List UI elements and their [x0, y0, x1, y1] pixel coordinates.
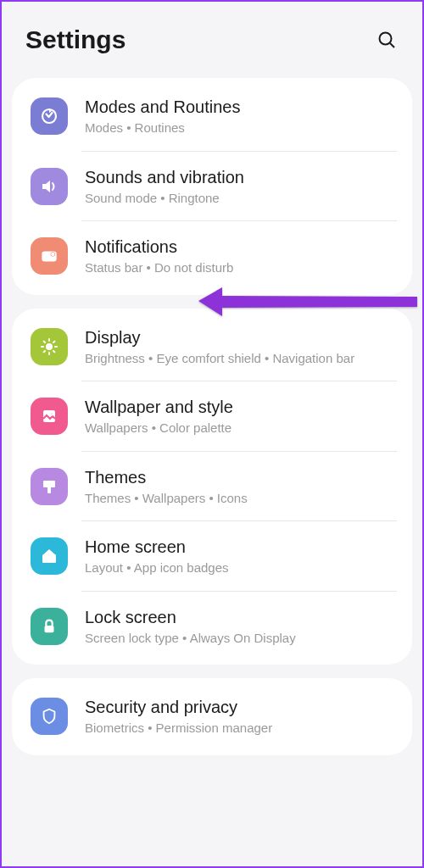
brush-icon	[31, 468, 68, 505]
svg-point-0	[380, 33, 392, 45]
item-modes-routines[interactable]: Modes and Routines Modes • Routines	[27, 81, 397, 152]
item-title: Home screen	[85, 537, 393, 557]
item-subtitle: Screen lock type • Always On Display	[85, 630, 393, 647]
svg-line-12	[53, 351, 54, 352]
item-home-screen[interactable]: Home screen Layout • App icon badges	[27, 521, 397, 592]
item-subtitle: Wallpapers • Color palette	[85, 420, 393, 437]
item-themes[interactable]: Themes Themes • Wallpapers • Icons	[27, 452, 397, 522]
search-button[interactable]	[375, 28, 399, 52]
item-title: Security and privacy	[85, 697, 393, 717]
item-title: Lock screen	[85, 607, 393, 627]
item-text: Themes Themes • Wallpapers • Icons	[85, 467, 393, 507]
svg-line-1	[390, 43, 394, 47]
svg-point-16	[51, 413, 53, 415]
item-wallpaper-style[interactable]: Wallpaper and style Wallpapers • Color p…	[27, 381, 397, 452]
item-title: Modes and Routines	[85, 97, 393, 117]
item-title: Themes	[85, 467, 393, 487]
brightness-icon	[31, 328, 68, 365]
svg-rect-17	[45, 626, 54, 632]
settings-group: Display Brightness • Eye comfort shield …	[12, 309, 412, 665]
shield-icon	[31, 698, 68, 735]
item-lock-screen[interactable]: Lock screen Screen lock type • Always On…	[27, 592, 397, 662]
item-text: Sounds and vibration Sound mode • Ringto…	[85, 167, 393, 207]
svg-point-6	[46, 343, 53, 350]
item-text: Home screen Layout • App icon badges	[85, 537, 393, 576]
svg-point-5	[51, 253, 54, 256]
item-text: Lock screen Screen lock type • Always On…	[85, 607, 393, 647]
item-text: Notifications Status bar • Do not distur…	[85, 236, 393, 276]
lock-icon	[31, 608, 68, 645]
item-text: Modes and Routines Modes • Routines	[85, 97, 393, 136]
settings-group: Security and privacy Biometrics • Permis…	[12, 678, 412, 755]
item-subtitle: Biometrics • Permission manager	[85, 720, 393, 737]
item-title: Wallpaper and style	[85, 397, 393, 417]
svg-line-14	[53, 341, 54, 342]
notification-icon	[31, 237, 68, 275]
item-subtitle: Layout • App icon badges	[85, 559, 393, 576]
search-icon	[377, 30, 397, 50]
item-title: Notifications	[85, 236, 393, 257]
item-text: Wallpaper and style Wallpapers • Color p…	[85, 397, 393, 437]
picture-icon	[31, 398, 68, 435]
svg-line-11	[44, 341, 45, 342]
item-subtitle: Brightness • Eye comfort shield • Naviga…	[85, 350, 393, 367]
item-security-privacy[interactable]: Security and privacy Biometrics • Permis…	[27, 682, 397, 752]
home-icon	[31, 537, 68, 575]
item-text: Display Brightness • Eye comfort shield …	[85, 327, 393, 367]
item-display[interactable]: Display Brightness • Eye comfort shield …	[27, 312, 397, 382]
item-title: Sounds and vibration	[85, 167, 393, 187]
page-title: Settings	[25, 25, 126, 54]
refresh-icon	[31, 97, 68, 135]
speaker-icon	[31, 168, 68, 205]
item-notifications[interactable]: Notifications Status bar • Do not distur…	[27, 221, 397, 292]
item-text: Security and privacy Biometrics • Permis…	[85, 697, 393, 737]
svg-line-13	[44, 351, 45, 352]
settings-group: Modes and Routines Modes • Routines Soun…	[12, 78, 412, 295]
item-subtitle: Sound mode • Ringtone	[85, 190, 393, 207]
item-subtitle: Modes • Routines	[85, 120, 393, 136]
item-subtitle: Status bar • Do not disturb	[85, 259, 393, 276]
item-subtitle: Themes • Wallpapers • Icons	[85, 490, 393, 507]
item-title: Display	[85, 327, 393, 348]
item-sounds-vibration[interactable]: Sounds and vibration Sound mode • Ringto…	[27, 152, 397, 222]
header: Settings	[2, 2, 422, 71]
